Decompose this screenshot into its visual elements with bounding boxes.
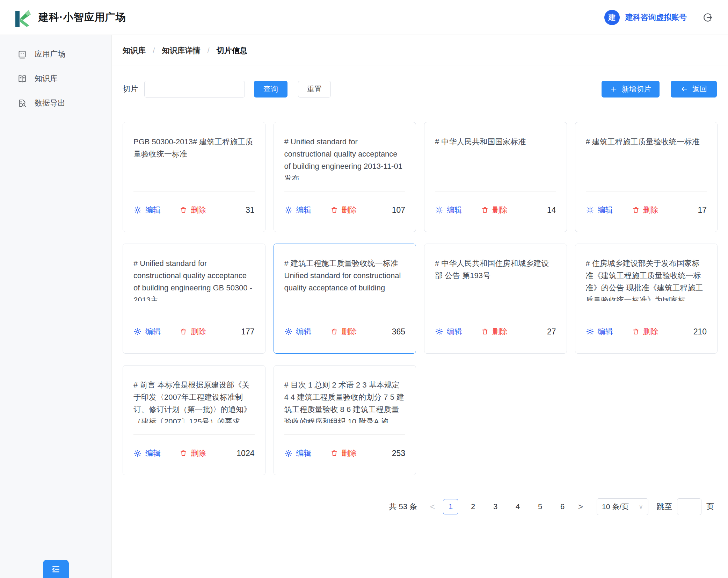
gear-icon <box>586 206 594 214</box>
slice-card[interactable]: # Unified standard for constructional qu… <box>123 244 265 354</box>
delete-label: 删除 <box>643 205 658 215</box>
slice-card-text: # Unified standard for constructional qu… <box>133 257 255 301</box>
main-content: 知识库 / 知识库详情 / 切片信息 切片 查询 重置 新增切片 返回 <box>112 35 728 578</box>
edit-button[interactable]: 编辑 <box>284 448 312 458</box>
card-divider <box>284 313 406 313</box>
jump-page-input[interactable] <box>677 498 701 515</box>
edit-label: 编辑 <box>598 205 613 215</box>
add-slice-button[interactable]: 新增切片 <box>602 81 660 97</box>
trash-icon <box>481 328 489 335</box>
jump-page-suffix: 页 <box>706 501 714 512</box>
edit-label: 编辑 <box>296 205 312 215</box>
breadcrumb-kb-detail[interactable]: 知识库详情 <box>162 46 200 55</box>
page-size-select[interactable]: 10 条/页 ∨ <box>597 498 648 515</box>
back-button[interactable]: 返回 <box>671 81 717 97</box>
slice-card[interactable]: # 目次 1 总则 2 术语 2 3 基本规定 4 4 建筑工程质量验收的划分 … <box>274 365 416 475</box>
edit-button[interactable]: 编辑 <box>133 205 161 215</box>
edit-button[interactable]: 编辑 <box>284 326 312 337</box>
card-divider <box>133 434 255 435</box>
edit-button[interactable]: 编辑 <box>586 326 613 337</box>
delete-button[interactable]: 删除 <box>180 205 206 215</box>
delete-button[interactable]: 删除 <box>481 205 508 215</box>
trash-icon <box>632 206 640 214</box>
slice-count: 14 <box>547 205 556 215</box>
slice-card-text: PGB 50300-2013# 建筑工程施工质量验收统一标准 <box>133 136 255 180</box>
delete-button[interactable]: 删除 <box>330 326 357 337</box>
trash-icon <box>330 206 338 214</box>
delete-label: 删除 <box>191 448 206 458</box>
edit-label: 编辑 <box>145 205 161 215</box>
slice-card-text: # 建筑工程施工质量验收统一标准 <box>586 136 707 180</box>
slice-card[interactable]: # 建筑工程施工质量验收统一标准 编辑 <box>575 122 718 232</box>
slice-card[interactable]: # 建筑工程施工质量验收统一标准 Unified standard for co… <box>274 244 416 354</box>
reset-button[interactable]: 重置 <box>298 81 331 97</box>
slice-card-text: # 建筑工程施工质量验收统一标准 Unified standard for co… <box>284 257 406 301</box>
card-divider <box>586 313 707 313</box>
page-button-5[interactable]: 5 <box>532 499 548 514</box>
slice-card-text: # 中华人民共和国住房和城乡建设部 公告 第193号 <box>435 257 556 301</box>
delete-label: 删除 <box>492 326 508 337</box>
gear-icon <box>133 327 142 336</box>
page-button-3[interactable]: 3 <box>488 499 503 514</box>
card-divider <box>586 191 707 192</box>
slice-card-text: # 住房城乡建设部关于发布国家标准《建筑工程施工质量验收统一标准》的公告 现批准… <box>586 257 707 301</box>
page-button-2[interactable]: 2 <box>465 499 481 514</box>
delete-button[interactable]: 删除 <box>481 326 508 337</box>
slice-count: 1024 <box>236 449 254 458</box>
trash-icon <box>180 449 187 457</box>
data-export-icon <box>17 99 27 108</box>
slice-filter-label: 切片 <box>123 84 138 94</box>
delete-label: 删除 <box>342 326 357 337</box>
avatar[interactable]: 建 <box>604 10 620 25</box>
slice-card[interactable]: # 中华人民共和国国家标准 编辑 <box>424 122 567 232</box>
card-footer: 编辑 删除 210 <box>586 321 707 342</box>
total-count-text: 共 53 条 <box>389 501 417 512</box>
jump-to-label: 跳至 <box>657 501 672 512</box>
card-footer: 编辑 删除 31 <box>133 200 255 220</box>
prev-page-button[interactable]: < <box>425 499 439 514</box>
trash-icon <box>481 206 489 214</box>
gear-icon <box>284 449 293 457</box>
breadcrumb-knowledge-base[interactable]: 知识库 <box>123 46 146 55</box>
delete-button[interactable]: 删除 <box>632 205 658 215</box>
sidebar-item-knowledge-base[interactable]: 知识库 <box>0 66 111 91</box>
card-footer: 编辑 删除 253 <box>284 443 406 463</box>
sidebar-item-label: 应用广场 <box>35 49 65 59</box>
card-footer: 编辑 删除 27 <box>435 321 556 342</box>
account-name[interactable]: 建科咨询虚拟账号 <box>625 12 687 23</box>
sidebar-item-app-plaza[interactable]: 应用广场 <box>0 42 111 66</box>
slice-card[interactable]: # 前言 本标准是根据原建设部《关于印发〈2007年工程建设标准制订、修订计划（… <box>123 365 265 475</box>
slice-card[interactable]: PGB 50300-2013# 建筑工程施工质量验收统一标准 编辑 <box>123 122 265 232</box>
page-button-1[interactable]: 1 <box>443 499 458 514</box>
edit-label: 编辑 <box>296 326 312 337</box>
logout-icon[interactable] <box>702 12 713 23</box>
slice-card[interactable]: # Unified standard for constructional qu… <box>274 122 416 232</box>
edit-button[interactable]: 编辑 <box>133 326 161 337</box>
edit-button[interactable]: 编辑 <box>133 448 161 458</box>
slice-count: 107 <box>392 205 405 215</box>
edit-button[interactable]: 编辑 <box>284 205 312 215</box>
page-button-4[interactable]: 4 <box>510 499 525 514</box>
delete-button[interactable]: 删除 <box>330 205 357 215</box>
delete-button[interactable]: 删除 <box>180 326 206 337</box>
back-label: 返回 <box>692 84 707 94</box>
next-page-button[interactable]: > <box>574 499 588 514</box>
edit-button[interactable]: 编辑 <box>435 326 462 337</box>
delete-button[interactable]: 删除 <box>632 326 658 337</box>
slice-card[interactable]: # 中华人民共和国住房和城乡建设部 公告 第193号 编辑 <box>424 244 567 354</box>
sidebar-item-data-export[interactable]: 数据导出 <box>0 91 111 115</box>
edit-button[interactable]: 编辑 <box>586 205 613 215</box>
card-footer: 编辑 删除 365 <box>284 321 406 342</box>
slice-filter-input[interactable] <box>144 81 245 97</box>
sidebar-collapse-button[interactable] <box>43 560 69 578</box>
delete-label: 删除 <box>191 205 206 215</box>
search-button[interactable]: 查询 <box>254 81 287 97</box>
edit-button[interactable]: 编辑 <box>435 205 462 215</box>
app-header: 建科·小智应用广场 建 建科咨询虚拟账号 <box>0 0 728 35</box>
delete-button[interactable]: 删除 <box>330 448 357 458</box>
slice-card[interactable]: # 住房城乡建设部关于发布国家标准《建筑工程施工质量验收统一标准》的公告 现批准… <box>575 244 718 354</box>
gear-icon <box>133 449 142 457</box>
page-button-6[interactable]: 6 <box>555 499 570 514</box>
slice-card-text: # 目次 1 总则 2 术语 2 3 基本规定 4 4 建筑工程质量验收的划分 … <box>284 379 406 423</box>
delete-button[interactable]: 删除 <box>180 448 206 458</box>
